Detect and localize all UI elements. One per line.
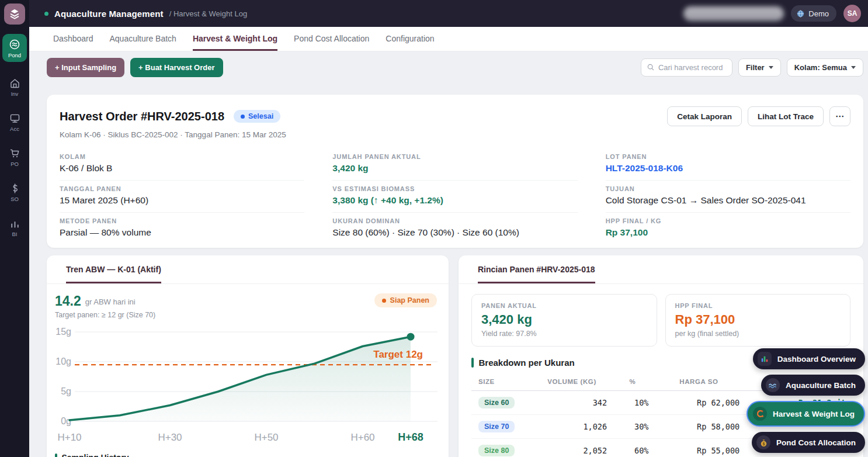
tab-pond-cost-allocation[interactable]: Pond Cost Allocation bbox=[294, 27, 369, 51]
field-lot-panen: LOT PANEN HLT-2025-018-K06 bbox=[606, 148, 850, 181]
pond-icon bbox=[8, 38, 21, 51]
status-dot-icon bbox=[241, 115, 245, 119]
floating-nav-label: Pond Cost Allocation bbox=[776, 438, 856, 447]
online-status-dot bbox=[44, 12, 48, 16]
floating-nav-harvest-weight-log[interactable]: Harvest & Weight Log bbox=[747, 401, 865, 427]
sampling-history-title: Sampling History bbox=[62, 453, 129, 457]
lihat-lot-trace-button[interactable]: Lihat Lot Trace bbox=[748, 106, 824, 126]
lot-panen-link[interactable]: HLT-2025-018-K06 bbox=[606, 163, 850, 174]
sidebar-label: PO bbox=[11, 161, 19, 167]
col-pct: % bbox=[612, 373, 653, 391]
field-tanggal-panen: TANGGAL PANEN 15 Maret 2025 (H+60) bbox=[60, 181, 304, 213]
floating-nav-label: Harvest & Weight Log bbox=[773, 410, 855, 418]
rincian-card-tab[interactable]: Rincian Panen #HRV-2025-018 bbox=[478, 255, 595, 283]
tab-aquaculture-batch[interactable]: Aquaculture Batch bbox=[110, 27, 176, 51]
abw-trend-card: Tren ABW — K-01 (Aktif) 14.2 gr ABW hari… bbox=[47, 255, 449, 457]
order-title: Harvest Order #HRV-2025-018 bbox=[60, 110, 224, 123]
svg-text:$: $ bbox=[762, 441, 765, 446]
status-label: Selesai bbox=[248, 112, 273, 120]
siap-panen-badge: Siap Panen bbox=[374, 293, 437, 307]
home-icon bbox=[9, 77, 21, 89]
wave-icon bbox=[766, 378, 780, 392]
bar-chart-icon bbox=[9, 217, 21, 230]
module-tabs: Dashboard Aquaculture Batch Harvest & We… bbox=[29, 27, 868, 51]
redacted-badge bbox=[683, 6, 784, 21]
sidebar-item-so[interactable]: SO bbox=[9, 182, 21, 202]
search-box[interactable] bbox=[641, 58, 732, 77]
field-hpp-final: HPP FINAL / KG Rp 37,100 bbox=[606, 213, 850, 244]
search-input[interactable] bbox=[658, 63, 723, 72]
cetak-laporan-button[interactable]: Cetak Laporan bbox=[667, 106, 742, 126]
money-bag-icon: $ bbox=[756, 435, 770, 449]
floating-nav-aquaculture-batch[interactable]: Aquaculture Batch bbox=[761, 375, 865, 396]
col-harga: HARGA SO bbox=[653, 373, 744, 391]
size-badge: Size 60 bbox=[478, 397, 515, 408]
field-vs-estimasi: VS ESTIMASI BIOMASS 3,380 kg (↑ +40 kg, … bbox=[332, 181, 577, 213]
page-title: Aquaculture Management bbox=[54, 9, 164, 19]
kolam-label: Kolam: Semua bbox=[794, 63, 847, 72]
buat-harvest-order-button[interactable]: + Buat Harvest Order bbox=[130, 58, 223, 77]
tab-dashboard[interactable]: Dashboard bbox=[53, 27, 93, 51]
svg-text:H+50: H+50 bbox=[254, 432, 278, 443]
svg-text:5g: 5g bbox=[61, 386, 71, 396]
breakdown-title: Breakdown per Ukuran bbox=[479, 358, 575, 368]
monitor-icon bbox=[9, 112, 21, 124]
abw-card-tab[interactable]: Tren ABW — K-01 (Aktif) bbox=[66, 255, 161, 283]
size-badge: Size 70 bbox=[478, 421, 515, 432]
field-tujuan: TUJUAN Cold Storage CS-01 → Sales Order … bbox=[606, 181, 850, 213]
chevron-down-icon bbox=[769, 66, 773, 69]
more-actions-button[interactable]: ⋯ bbox=[829, 106, 850, 126]
sidebar-label: Inv bbox=[11, 91, 19, 97]
abw-current-unit: gr ABW hari ini bbox=[85, 297, 136, 306]
field-ukuran-dominan: UKURAN DOMINAN Size 80 (60%) · Size 70 (… bbox=[332, 213, 577, 244]
input-sampling-button[interactable]: + Input Sampling bbox=[47, 58, 124, 77]
order-field-grid: KOLAM K-06 / Blok B JUMLAH PANEN AKTUAL … bbox=[60, 148, 850, 244]
layers-icon bbox=[8, 8, 21, 20]
section-bar bbox=[471, 358, 474, 368]
svg-text:H+10: H+10 bbox=[57, 432, 81, 443]
sidebar-item-po[interactable]: PO bbox=[9, 147, 21, 167]
stat-panen-aktual: PANEN AKTUAL 3,420 kg Yield rate: 97.8% bbox=[471, 294, 657, 347]
sidebar-item-acc[interactable]: Acc bbox=[9, 112, 21, 132]
svg-text:10g: 10g bbox=[55, 356, 71, 366]
col-volume: VOLUME (KG) bbox=[532, 373, 612, 391]
col-size: SIZE bbox=[471, 373, 532, 391]
tab-configuration[interactable]: Configuration bbox=[386, 27, 434, 51]
badge-dot-icon bbox=[382, 299, 386, 303]
demo-label: Demo bbox=[808, 9, 829, 18]
app-logo[interactable] bbox=[4, 4, 25, 25]
sidebar-label: BI bbox=[12, 231, 18, 237]
sidebar-label: Pond bbox=[8, 52, 21, 58]
sidebar-item-bi[interactable]: BI bbox=[9, 217, 21, 237]
floating-quick-nav: Dashboard Overview Aquaculture Batch Har… bbox=[747, 348, 865, 453]
harvest-order-card: Harvest Order #HRV-2025-018 Selesai Ceta… bbox=[47, 95, 863, 248]
abw-target-note: Target panen: ≥ 12 gr (Size 70) bbox=[55, 311, 437, 319]
abw-line-chart: 0g5g10g15gTarget 12gH+10H+30H+50H+60H+68 bbox=[55, 325, 440, 446]
svg-text:Target 12g: Target 12g bbox=[373, 349, 423, 360]
dashboard-bars-icon bbox=[758, 352, 772, 366]
order-subtitle: Kolam K-06 · Siklus BC-2025-002 · Tangga… bbox=[60, 130, 850, 139]
svg-text:H+30: H+30 bbox=[158, 432, 182, 443]
breadcrumb: / Harvest & Weight Log bbox=[169, 9, 247, 18]
sidebar-label: Acc bbox=[10, 126, 19, 132]
sidebar-label: SO bbox=[11, 196, 19, 202]
sidebar-item-inv[interactable]: Inv bbox=[9, 77, 21, 97]
topbar: Aquaculture Management / Harvest & Weigh… bbox=[29, 0, 868, 27]
avatar[interactable]: SA bbox=[843, 5, 861, 22]
svg-text:H+60: H+60 bbox=[350, 432, 374, 443]
globe-icon bbox=[796, 9, 805, 18]
tab-harvest-weight-log[interactable]: Harvest & Weight Log bbox=[193, 27, 277, 51]
shrimp-icon bbox=[753, 407, 767, 421]
kolam-dropdown[interactable]: Kolam: Semua bbox=[787, 58, 863, 77]
floating-nav-pond-cost-allocation[interactable]: $ Pond Cost Allocation bbox=[752, 432, 865, 453]
stat-hpp-final: HPP FINAL Rp 37,100 per kg (final settle… bbox=[665, 294, 851, 347]
abw-current-value: 14.2 bbox=[55, 293, 81, 309]
floating-nav-dashboard-overview[interactable]: Dashboard Overview bbox=[753, 348, 865, 369]
svg-text:H+68: H+68 bbox=[398, 431, 423, 443]
demo-badge[interactable]: Demo bbox=[791, 5, 836, 22]
sampling-history-section: Sampling History bbox=[55, 453, 437, 457]
badge-label: Siap Panen bbox=[390, 296, 429, 304]
sidebar-item-pond[interactable]: Pond bbox=[2, 34, 27, 62]
filter-button[interactable]: Filter bbox=[738, 58, 781, 77]
toolbar: + Input Sampling + Buat Harvest Order Fi… bbox=[29, 51, 868, 83]
